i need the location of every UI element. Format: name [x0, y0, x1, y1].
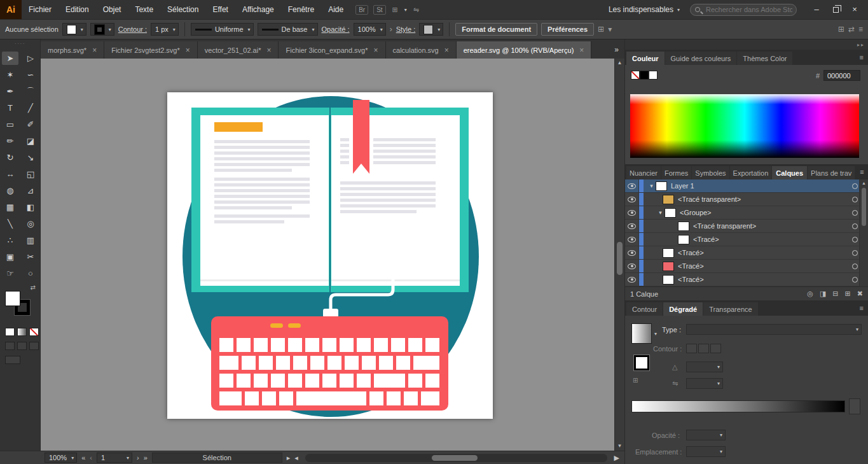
layer-name[interactable]: <Tracé>: [693, 236, 850, 243]
app-logo[interactable]: Ai: [0, 0, 22, 19]
selection-tool[interactable]: ➤: [2, 52, 18, 65]
layer-name[interactable]: <Tracé>: [678, 249, 850, 257]
stroke-swatch[interactable]: [95, 25, 104, 34]
screen-mode-button[interactable]: [5, 356, 20, 364]
visibility-toggle[interactable]: [625, 233, 639, 246]
gradient-mode-button[interactable]: [17, 328, 27, 336]
layer-thumbnail[interactable]: [663, 195, 674, 204]
swap-fill-stroke-icon[interactable]: ⇄: [31, 284, 36, 291]
opacity-dropdown[interactable]: 100% ▾: [354, 23, 386, 36]
gradient-slider-options[interactable]: [849, 398, 860, 414]
layer-row[interactable]: <Tracé transparent>: [625, 193, 868, 206]
line-segment-tool[interactable]: ╱: [22, 101, 39, 115]
artboard-navigation-dropdown[interactable]: 1 ▾: [97, 453, 132, 463]
style-link[interactable]: Style :: [396, 25, 416, 33]
gradient-location-dropdown[interactable]: ▾: [686, 446, 726, 457]
visibility-toggle[interactable]: [625, 179, 639, 192]
eyedropper-tool[interactable]: ╲: [2, 217, 18, 230]
layer-thumbnail[interactable]: [665, 208, 676, 218]
target-circle-icon[interactable]: [852, 183, 858, 189]
document-setup-button[interactable]: Format de document: [455, 23, 537, 36]
draw-normal-button[interactable]: [5, 342, 15, 350]
target-circle-icon[interactable]: [852, 223, 858, 229]
stroke-across-icon[interactable]: [710, 344, 721, 353]
stroke-along-icon[interactable]: [698, 344, 709, 353]
close-tab-icon[interactable]: ×: [92, 46, 97, 55]
menu-edition[interactable]: Edition: [59, 0, 96, 19]
width-profile-dropdown[interactable]: Uniforme ▾: [191, 23, 254, 36]
layer-thumbnail[interactable]: [663, 248, 674, 258]
next-artboard-icon[interactable]: ›: [137, 454, 139, 461]
close-tab-icon[interactable]: ×: [186, 46, 190, 55]
arrange-documents-chevron-icon[interactable]: ▾: [404, 7, 407, 13]
last-artboard-icon[interactable]: »: [144, 454, 148, 461]
blend-tool[interactable]: ◎: [22, 217, 39, 230]
scroll-up-icon[interactable]: ▲: [860, 179, 868, 187]
white-swatch[interactable]: [649, 71, 658, 80]
tab-guide-des-couleurs[interactable]: Guide des couleurs: [665, 52, 737, 65]
stock-icon[interactable]: St: [373, 5, 385, 15]
hex-input[interactable]: [823, 70, 860, 81]
new-layer-icon[interactable]: ⊞: [845, 290, 851, 298]
zoom-dropdown[interactable]: 100% ▾: [45, 453, 77, 463]
target-circle-icon[interactable]: [852, 197, 858, 202]
collapse-panels-icon[interactable]: ▸: [861, 42, 864, 48]
menu-selection[interactable]: Sélection: [160, 0, 205, 19]
opacity-link[interactable]: Opacité :: [322, 25, 350, 33]
layer-thumbnail[interactable]: [678, 235, 689, 244]
visibility-toggle[interactable]: [625, 246, 639, 259]
tab-overflow-icon[interactable]: »: [609, 41, 624, 59]
gradient-angle-dropdown[interactable]: ▾: [686, 362, 723, 372]
fill-swatch[interactable]: [67, 25, 76, 34]
layer-thumbnail[interactable]: [656, 181, 667, 191]
scroll-right-icon[interactable]: ▶: [614, 454, 619, 462]
draw-inside-button[interactable]: [29, 342, 39, 350]
delete-layer-icon[interactable]: ✖: [857, 290, 863, 298]
menu-aide[interactable]: Aide: [321, 0, 350, 19]
disclosure-icon[interactable]: ▾: [647, 183, 656, 189]
menu-fenetre[interactable]: Fenêtre: [281, 0, 321, 19]
visibility-toggle[interactable]: [625, 206, 639, 219]
target-circle-icon[interactable]: [852, 264, 858, 269]
symbol-sprayer-tool[interactable]: ∴: [2, 234, 18, 247]
menu-fichier[interactable]: Fichier: [22, 0, 59, 19]
target-circle-icon[interactable]: [852, 250, 858, 256]
locate-object-icon[interactable]: ◎: [807, 290, 813, 298]
close-tab-icon[interactable]: ×: [374, 46, 378, 55]
align-options-icon[interactable]: ⊞: [598, 25, 604, 34]
document-tab[interactable]: vector_251_02.ai* ×: [198, 41, 279, 59]
recolor-artwork-icon[interactable]: ›: [390, 25, 392, 34]
previous-artboard-icon[interactable]: ‹: [90, 454, 92, 461]
visibility-toggle[interactable]: [625, 220, 639, 232]
horizontal-scroll-thumb[interactable]: [432, 455, 478, 461]
layer-thumbnail[interactable]: [678, 221, 689, 231]
preferences-button[interactable]: Préférences: [541, 23, 594, 36]
close-tab-icon[interactable]: ×: [266, 46, 271, 55]
stroke-panel-link[interactable]: Contour :: [118, 25, 147, 33]
scroll-up-icon[interactable]: ▲: [615, 59, 624, 67]
layer-name[interactable]: <Tracé>: [678, 262, 850, 270]
style-dropdown[interactable]: ▾: [419, 23, 443, 36]
rotate-tool[interactable]: ↻: [2, 151, 18, 164]
visibility-toggle[interactable]: [625, 260, 639, 272]
layer-name[interactable]: <Tracé>: [678, 276, 850, 283]
minimize-button[interactable]: –: [807, 0, 826, 19]
target-circle-icon[interactable]: [852, 277, 858, 283]
panel-menu-icon[interactable]: ≡: [858, 25, 863, 34]
layers-scroll-thumb[interactable]: [862, 188, 866, 226]
toolbar-grip[interactable]: ∙∙∙∙: [0, 39, 40, 48]
tab-symboles[interactable]: Symboles: [692, 166, 729, 179]
document-tab[interactable]: Fichier 3icon_expand.svg* ×: [279, 41, 385, 59]
gradient-fill-proxy[interactable]: [634, 355, 649, 370]
panel-menu-icon[interactable]: ≡: [855, 53, 868, 61]
layer-name[interactable]: <Groupe>: [680, 209, 850, 216]
pen-tool[interactable]: ✒: [2, 85, 18, 98]
tab-transparence[interactable]: Transparence: [703, 302, 757, 316]
search-input[interactable]: [690, 4, 797, 16]
artboard-tool[interactable]: ▣: [2, 250, 18, 264]
column-graph-tool[interactable]: ▥: [22, 234, 39, 247]
dock-grid-icon[interactable]: ⊞: [838, 25, 844, 34]
none-swatch[interactable]: [631, 71, 640, 80]
gradient-aspect-dropdown[interactable]: ▾: [686, 378, 723, 389]
draw-behind-button[interactable]: [17, 342, 27, 350]
